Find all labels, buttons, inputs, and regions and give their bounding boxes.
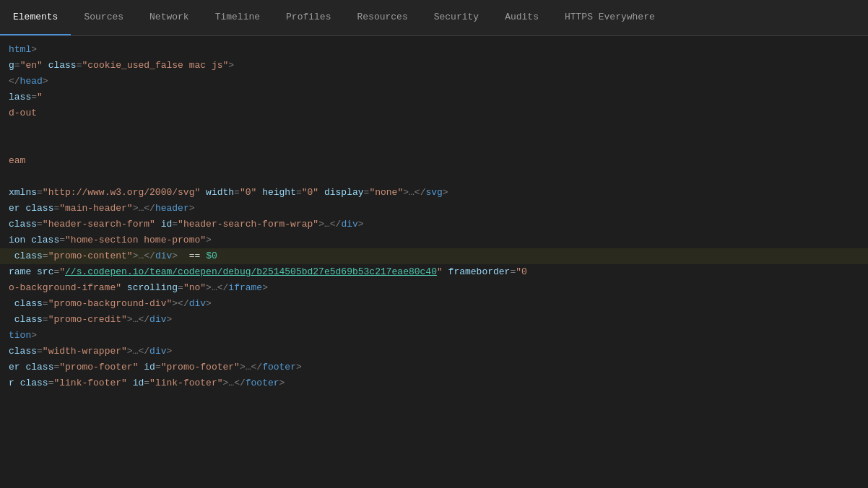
code-line-8: eam [0, 153, 868, 169]
code-panel: html> g="en" class="cookie_used_false ma… [0, 36, 868, 488]
code-line-15: rame src="//s.codepen.io/team/codepen/de… [0, 264, 868, 280]
tab-sources[interactable]: Sources [71, 0, 136, 35]
tab-timeline[interactable]: Timeline [202, 0, 273, 35]
tab-audits[interactable]: Audits [492, 0, 552, 35]
code-line-9 [0, 169, 868, 185]
code-line-20: class="width-wrapper">…</div> [0, 344, 868, 360]
code-line-5: d-out [0, 105, 868, 121]
code-line-18: class="promo-credit">…</div> [0, 312, 868, 328]
tab-security[interactable]: Security [421, 0, 492, 35]
tab-https-everywhere[interactable]: HTTPS Everywhere [552, 0, 668, 35]
code-line-10: xmlns="http://www.w3.org/2000/svg" width… [0, 185, 868, 201]
code-line-12: class="header-search-form" id="header-se… [0, 217, 868, 232]
code-line-11: er class="main-header">…</header> [0, 201, 868, 217]
tab-elements[interactable]: Elements [0, 0, 71, 35]
code-line-7 [0, 137, 868, 153]
code-line-6 [0, 121, 868, 137]
code-line-3: </head> [0, 74, 868, 90]
code-line-19: tion> [0, 328, 868, 344]
code-line-4: lass=" [0, 90, 868, 105]
tab-resources[interactable]: Resources [344, 0, 420, 35]
tab-network[interactable]: Network [136, 0, 202, 35]
code-line-2: g="en" class="cookie_used_false mac js"> [0, 58, 868, 74]
code-line-21: er class="promo-footer" id="promo-footer… [0, 360, 868, 375]
code-line-16: o-background-iframe" scrolling="no">…</i… [0, 280, 868, 296]
tab-bar: Elements Sources Network Timeline Profil… [0, 0, 868, 36]
code-line-1: html> [0, 42, 868, 58]
code-line-17: class="promo-background-div"></div> [0, 296, 868, 312]
tab-profiles[interactable]: Profiles [273, 0, 344, 35]
code-line-14: class="promo-content">…</div> == $0 [0, 248, 868, 264]
code-line-22: r class="link-footer" id="link-footer">…… [0, 375, 868, 391]
code-line-13: ion class="home-section home-promo"> [0, 232, 868, 248]
